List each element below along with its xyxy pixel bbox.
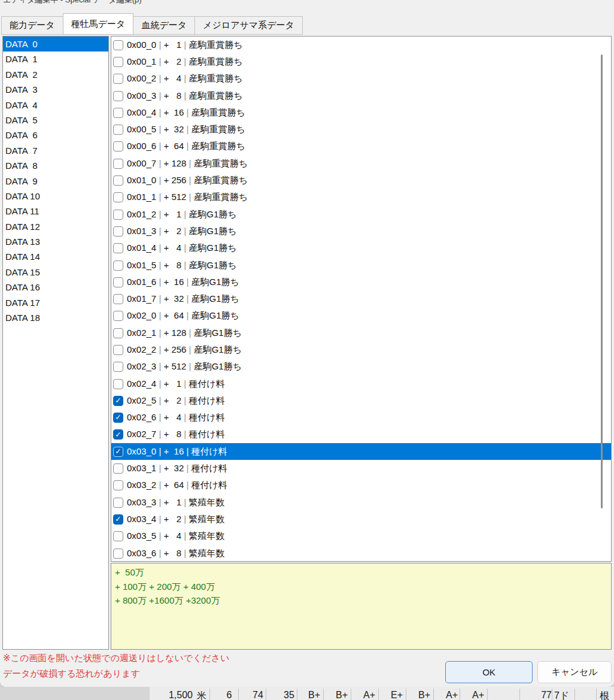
bit-flag-row[interactable]: ✓0x02_7 | + 8 | 種付け料 bbox=[111, 426, 611, 443]
tab-0[interactable]: 能力データ bbox=[1, 16, 63, 35]
bit-flag-row[interactable]: 0x00_3 | + 8 | 産駒重賞勝ち bbox=[111, 87, 611, 104]
bit-flag-row[interactable]: 0x03_3 | + 1 | 繁殖年数 bbox=[111, 494, 611, 511]
bit-flag-row[interactable]: 0x00_5 | + 32 | 産駒重賞勝ち bbox=[111, 121, 611, 138]
checkbox[interactable] bbox=[113, 192, 123, 202]
checkbox[interactable] bbox=[113, 480, 123, 490]
checkbox[interactable] bbox=[113, 108, 123, 118]
bit-flag-row[interactable]: 0x01_7 | + 32 | 産駒G1勝ち bbox=[111, 290, 611, 307]
cancel-button[interactable]: キャンセル bbox=[537, 661, 612, 683]
bit-flag-label: 0x00_0 | + 1 | 産駒重賞勝ち bbox=[127, 40, 243, 51]
data-slot-item[interactable]: DATA 3 bbox=[3, 82, 108, 97]
data-slot-item[interactable]: DATA 14 bbox=[3, 249, 108, 264]
checkbox[interactable] bbox=[113, 260, 123, 271]
checkbox[interactable] bbox=[113, 311, 123, 321]
checkbox-checked-icon[interactable]: ✓ bbox=[113, 514, 123, 525]
bit-flag-row[interactable]: 0x00_4 | + 16 | 産駒重賞勝ち bbox=[111, 104, 611, 121]
data-slot-item[interactable]: DATA 12 bbox=[3, 219, 108, 234]
bit-flag-row[interactable]: 0x02_1 | + 128 | 産駒G1勝ち bbox=[111, 325, 611, 341]
bit-flag-row[interactable]: 0x02_4 | + 1 | 種付け料 bbox=[111, 375, 611, 392]
data-slot-item[interactable]: DATA 10 bbox=[3, 189, 108, 204]
data-slot-item[interactable]: DATA 15 bbox=[3, 265, 108, 280]
bit-flag-row[interactable]: 0x03_5 | + 4 | 繁殖年数 bbox=[111, 528, 611, 545]
data-slot-item[interactable]: DATA 4 bbox=[3, 98, 108, 113]
checkbox[interactable] bbox=[113, 74, 123, 84]
data-slot-item[interactable]: DATA 0 bbox=[3, 37, 108, 51]
bit-flag-row[interactable]: 0x03_6 | + 8 | 繁殖年数 bbox=[111, 545, 611, 562]
checkbox[interactable] bbox=[113, 159, 123, 169]
background-table-cell: E+ bbox=[389, 690, 405, 700]
bit-flag-label: 0x01_5 | + 8 | 産駒G1勝ち bbox=[127, 260, 237, 271]
data-slot-list[interactable]: DATA 0DATA 1DATA 2DATA 3DATA 4DATA 5DATA… bbox=[2, 36, 109, 650]
bit-flag-row[interactable]: 0x02_0 | + 64 | 産駒G1勝ち bbox=[111, 308, 611, 325]
checkbox[interactable] bbox=[113, 226, 123, 237]
data-slot-item[interactable]: DATA 2 bbox=[3, 67, 108, 82]
checkbox-checked-icon[interactable]: ✓ bbox=[113, 413, 123, 423]
checkbox[interactable] bbox=[113, 277, 123, 287]
bit-flag-row[interactable]: 0x02_3 | + 512 | 産駒G1勝ち bbox=[111, 359, 611, 375]
checkbox[interactable] bbox=[113, 210, 123, 220]
background-column-separator bbox=[519, 689, 520, 700]
background-table-cell: 1,500 bbox=[152, 690, 193, 700]
bit-flag-row[interactable]: ✓0x03_4 | + 2 | 繁殖年数 bbox=[111, 511, 611, 528]
data-slot-item[interactable]: DATA 16 bbox=[3, 280, 108, 295]
data-slot-item[interactable]: DATA 13 bbox=[3, 234, 108, 249]
checkbox-checked-icon[interactable]: ✓ bbox=[113, 396, 123, 406]
checkbox[interactable] bbox=[113, 379, 123, 389]
bit-flag-row[interactable]: ✓0x02_5 | + 2 | 種付け料 bbox=[111, 392, 611, 409]
checkbox[interactable] bbox=[113, 91, 123, 101]
checkbox[interactable] bbox=[113, 345, 123, 355]
data-slot-item[interactable]: DATA 7 bbox=[3, 143, 108, 158]
checkbox[interactable] bbox=[113, 141, 123, 151]
checkbox[interactable] bbox=[113, 498, 123, 508]
bit-flag-label: 0x00_5 | + 32 | 産駒重賞勝ち bbox=[127, 124, 245, 135]
bit-flag-row[interactable]: 0x00_1 | + 2 | 産駒重賞勝ち bbox=[111, 53, 611, 70]
checkbox[interactable] bbox=[113, 328, 123, 338]
tab-1[interactable]: 種牡馬データ bbox=[63, 13, 134, 35]
data-slot-item[interactable]: DATA 17 bbox=[3, 295, 108, 310]
data-slot-item[interactable]: DATA 18 bbox=[3, 310, 108, 325]
checkbox[interactable] bbox=[113, 175, 123, 186]
bit-flag-row[interactable]: 0x01_3 | + 2 | 産駒G1勝ち bbox=[111, 223, 611, 240]
bit-flag-row[interactable]: 0x03_2 | + 64 | 種付け料 bbox=[111, 477, 611, 494]
ok-button[interactable]: OK bbox=[445, 661, 533, 683]
bit-flag-row[interactable]: 0x00_7 | + 128 | 産駒重賞勝ち bbox=[111, 155, 611, 172]
bit-flag-row[interactable]: 0x00_0 | + 1 | 産駒重賞勝ち bbox=[111, 37, 611, 53]
bit-flag-row[interactable]: 0x01_2 | + 1 | 産駒G1勝ち bbox=[111, 206, 611, 223]
bit-flag-row[interactable]: 0x01_6 | + 16 | 産駒G1勝ち bbox=[111, 274, 611, 290]
checkbox[interactable] bbox=[113, 549, 123, 559]
bit-flag-row[interactable]: ✓0x02_6 | + 4 | 種付け料 bbox=[111, 410, 611, 426]
checkbox[interactable] bbox=[113, 362, 123, 372]
checkbox[interactable] bbox=[113, 531, 123, 541]
scrollbar-thumb[interactable] bbox=[601, 54, 603, 508]
background-column-separator bbox=[266, 689, 266, 700]
bit-flag-label: 0x00_6 | + 64 | 産駒重賞勝ち bbox=[127, 141, 245, 152]
bit-flag-row[interactable]: 0x01_1 | + 512 | 産駒重賞勝ち bbox=[111, 189, 611, 206]
checkbox[interactable] bbox=[113, 40, 123, 50]
data-slot-item[interactable]: DATA 5 bbox=[3, 113, 108, 128]
tab-3[interactable]: メジロアサマ系データ bbox=[194, 16, 303, 35]
bit-flag-label: 0x03_6 | + 8 | 繁殖年数 bbox=[127, 548, 224, 559]
checkbox[interactable] bbox=[113, 463, 123, 474]
bit-flag-row[interactable]: ✓0x03_0 | + 16 | 種付け料 bbox=[111, 443, 611, 460]
checkbox[interactable] bbox=[113, 294, 123, 304]
checkbox[interactable] bbox=[113, 243, 123, 253]
checkbox[interactable] bbox=[113, 57, 123, 67]
data-slot-item[interactable]: DATA 1 bbox=[3, 51, 108, 66]
tab-2[interactable]: 血統データ bbox=[133, 16, 195, 35]
bit-flag-row[interactable]: 0x01_4 | + 4 | 産駒G1勝ち bbox=[111, 240, 611, 257]
bit-flag-row[interactable]: 0x01_0 | + 256 | 産駒重賞勝ち bbox=[111, 172, 611, 189]
bit-flag-row[interactable]: 0x00_6 | + 64 | 産駒重賞勝ち bbox=[111, 138, 611, 155]
data-slot-item[interactable]: DATA 8 bbox=[3, 158, 108, 173]
bit-flag-row[interactable]: 0x01_5 | + 8 | 産駒G1勝ち bbox=[111, 257, 611, 274]
bit-flag-row[interactable]: 0x02_2 | + 256 | 産駒G1勝ち bbox=[111, 341, 611, 358]
bit-flag-row[interactable]: 0x00_2 | + 4 | 産駒重賞勝ち bbox=[111, 71, 611, 87]
bit-flag-list[interactable]: 0x00_0 | + 1 | 産駒重賞勝ち0x00_1 | + 2 | 産駒重賞… bbox=[111, 36, 612, 562]
checkbox-checked-icon[interactable]: ✓ bbox=[113, 429, 123, 440]
checkbox-checked-icon[interactable]: ✓ bbox=[113, 447, 123, 457]
data-slot-item[interactable]: DATA 6 bbox=[3, 128, 108, 143]
data-slot-item[interactable]: DATA 11 bbox=[3, 204, 108, 219]
bit-flag-row[interactable]: 0x03_1 | + 32 | 種付け料 bbox=[111, 460, 611, 477]
data-slot-item[interactable]: DATA 9 bbox=[3, 174, 108, 189]
tab-bar: 能力データ種牡馬データ血統データメジロアサマ系データ bbox=[1, 14, 302, 35]
checkbox[interactable] bbox=[113, 125, 123, 135]
